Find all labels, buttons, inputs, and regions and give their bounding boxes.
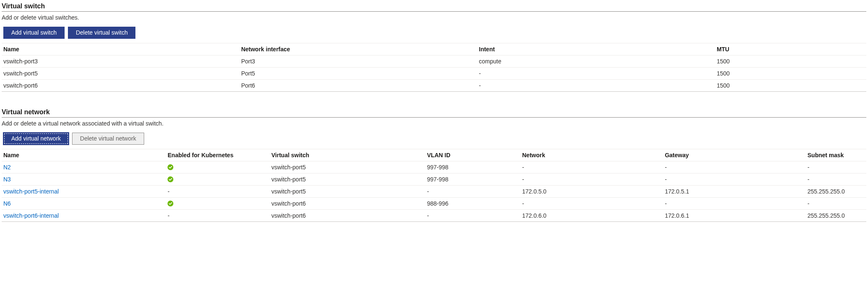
cell-k8s [166,161,270,173]
cell-vswitch: vswitch-port6 [270,209,425,221]
cell-intent: - [477,67,715,79]
table-row[interactable]: N3vswitch-port5997-998--- [2,173,866,185]
cell-gateway: 172.0.6.1 [663,209,805,221]
cell-vlan: - [425,185,520,197]
cell-gateway: - [663,173,805,185]
cell-name[interactable]: N3 [2,173,166,185]
table-row[interactable]: N6vswitch-port6988-996--- [2,197,866,209]
col-network[interactable]: Network [520,149,663,161]
cell-name[interactable]: N2 [2,161,166,173]
delete-virtual-switch-button[interactable]: Delete virtual switch [68,27,136,39]
virtual-network-link[interactable]: N3 [3,176,11,183]
virtual-network-link[interactable]: vswitch-port6-internal [3,212,59,219]
virtual-network-link[interactable]: vswitch-port5-internal [3,188,59,195]
check-circle-icon [168,176,173,182]
cell-vlan: 997-998 [425,173,520,185]
add-virtual-network-button[interactable]: Add virtual network [3,133,69,145]
virtual-switch-table: Name Network interface Intent MTU vswitc… [2,43,866,92]
table-row[interactable]: vswitch-port5-internal-vswitch-port5-172… [2,185,866,197]
cell-interface: Port6 [240,79,478,91]
table-row[interactable]: vswitch-port6-internal-vswitch-port6-172… [2,209,866,221]
check-circle-icon [168,164,173,170]
virtual-network-button-row: Add virtual network Delete virtual netwo… [2,131,866,146]
cell-mtu: 1500 [715,55,866,67]
col-name[interactable]: Name [2,43,240,55]
col-interface[interactable]: Network interface [240,43,478,55]
col-vlan[interactable]: VLAN ID [425,149,520,161]
col-vswitch[interactable]: Virtual switch [270,149,425,161]
delete-virtual-network-button[interactable]: Delete virtual network [72,133,144,145]
cell-gateway: - [663,197,805,209]
cell-intent: compute [477,55,715,67]
table-header-row: Name Enabled for Kubernetes Virtual swit… [2,149,866,161]
virtual-network-section: Virtual network Add or delete a virtual … [2,106,866,222]
virtual-network-link[interactable]: N6 [3,200,11,207]
table-row[interactable]: vswitch-port3Port3compute1500 [2,55,866,67]
virtual-switch-description: Add or delete virtual switches. [2,14,866,21]
cell-name[interactable]: N6 [2,197,166,209]
cell-interface: Port5 [240,67,478,79]
cell-gateway: - [663,161,805,173]
cell-name: vswitch-port3 [2,55,240,67]
cell-name[interactable]: vswitch-port5-internal [2,185,166,197]
cell-k8s [166,197,270,209]
virtual-switch-button-row: Add virtual switch Delete virtual switch [2,25,866,40]
table-header-row: Name Network interface Intent MTU [2,43,866,55]
virtual-network-link[interactable]: N2 [3,164,11,171]
cell-gateway: 172.0.5.1 [663,185,805,197]
cell-k8s [166,173,270,185]
cell-network: - [520,197,663,209]
cell-interface: Port3 [240,55,478,67]
virtual-network-description: Add or delete a virtual network associat… [2,120,866,127]
table-row[interactable]: vswitch-port6Port6-1500 [2,79,866,91]
cell-intent: - [477,79,715,91]
col-gateway[interactable]: Gateway [663,149,805,161]
cell-network: - [520,161,663,173]
virtual-network-title: Virtual network [2,106,866,118]
add-virtual-switch-button[interactable]: Add virtual switch [3,27,65,39]
cell-name: vswitch-port5 [2,67,240,79]
col-intent[interactable]: Intent [477,43,715,55]
cell-mask: - [806,197,866,209]
cell-k8s: - [166,185,270,197]
cell-mask: 255.255.255.0 [806,209,866,221]
cell-mtu: 1500 [715,67,866,79]
cell-vswitch: vswitch-port5 [270,185,425,197]
col-k8s[interactable]: Enabled for Kubernetes [166,149,270,161]
virtual-switch-section: Virtual switch Add or delete virtual swi… [2,0,866,92]
table-row[interactable]: vswitch-port5Port5-1500 [2,67,866,79]
table-row[interactable]: N2vswitch-port5997-998--- [2,161,866,173]
cell-mtu: 1500 [715,79,866,91]
cell-mask: - [806,161,866,173]
cell-mask: - [806,173,866,185]
cell-name[interactable]: vswitch-port6-internal [2,209,166,221]
cell-vswitch: vswitch-port6 [270,197,425,209]
col-name[interactable]: Name [2,149,166,161]
col-mask[interactable]: Subnet mask [806,149,866,161]
col-mtu[interactable]: MTU [715,43,866,55]
cell-vlan: 997-998 [425,161,520,173]
cell-network: 172.0.6.0 [520,209,663,221]
cell-name: vswitch-port6 [2,79,240,91]
cell-network: - [520,173,663,185]
cell-vlan: 988-996 [425,197,520,209]
cell-k8s: - [166,209,270,221]
virtual-switch-title: Virtual switch [2,0,866,12]
cell-vswitch: vswitch-port5 [270,173,425,185]
cell-vswitch: vswitch-port5 [270,161,425,173]
check-circle-icon [168,201,173,206]
virtual-network-table: Name Enabled for Kubernetes Virtual swit… [2,149,866,222]
cell-vlan: - [425,209,520,221]
cell-mask: 255.255.255.0 [806,185,866,197]
cell-network: 172.0.5.0 [520,185,663,197]
